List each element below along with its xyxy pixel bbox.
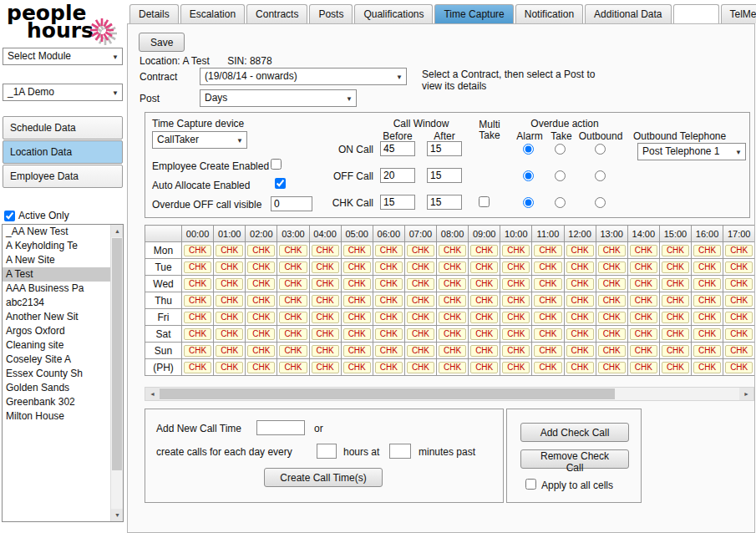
chk-call-button[interactable]: CHK [598,245,626,256]
chk-call-button[interactable]: CHK [566,362,594,373]
chk-call-button[interactable]: CHK [407,245,434,256]
location-list-item[interactable]: Essex County Sh [3,367,110,381]
chk-call-button[interactable]: CHK [725,245,753,256]
chk-call-button[interactable]: CHK [693,278,721,290]
chk-call-button[interactable]: CHK [343,328,371,340]
chk-call-button[interactable]: CHK [343,295,371,307]
chk-call-button[interactable]: CHK [662,245,689,256]
horizontal-scrollbar[interactable]: ◄ ► [145,387,754,401]
tab-notification[interactable]: Notification [515,4,583,23]
tab-telme[interactable]: TelMe [721,4,756,23]
chk-call-button[interactable]: CHK [693,295,721,307]
chk-call-button[interactable]: CHK [534,312,561,323]
tab-contracts[interactable]: Contracts [246,4,307,23]
chk-call-button[interactable]: CHK [439,345,466,357]
module-select[interactable]: Select Module [3,48,123,65]
chk-call-outbound-radio[interactable] [595,197,606,208]
chk-call-button[interactable]: CHK [598,312,626,323]
active-only[interactable]: Active Only [4,210,69,221]
location-list-item[interactable]: Greenbank 302 [3,395,110,409]
chk-call-button[interactable]: CHK [184,261,211,273]
off-call-before-input[interactable] [380,168,415,183]
chk-call-button[interactable]: CHK [279,328,307,340]
chk-call-button[interactable]: CHK [184,295,211,307]
tab-qualifications[interactable]: Qualifications [354,4,433,23]
chk-call-button[interactable]: CHK [598,362,626,373]
chk-call-button[interactable]: CHK [470,345,498,357]
location-list-item[interactable]: Coseley Site A [3,353,110,367]
apply-all-cells-checkbox[interactable] [525,479,536,490]
off-call-after-input[interactable] [427,168,462,183]
sidebar-item-employee-data[interactable]: Employee Data [3,165,123,188]
chk-call-button[interactable]: CHK [502,328,530,340]
chk-call-button[interactable]: CHK [534,278,561,290]
chk-call-button[interactable]: CHK [343,345,371,357]
chk-call-button[interactable]: CHK [693,312,721,323]
chk-call-button[interactable]: CHK [247,362,275,373]
chk-call-button[interactable]: CHK [725,261,753,273]
chk-call-button[interactable]: CHK [630,345,657,357]
location-list-item[interactable]: Milton House [3,409,110,424]
chk-call-button[interactable]: CHK [630,245,657,256]
chk-call-button[interactable]: CHK [662,362,689,373]
chk-call-button[interactable]: CHK [630,278,657,290]
location-list-item[interactable]: Golden Sands [3,381,110,395]
chk-call-button[interactable]: CHK [725,362,753,373]
chk-call-button[interactable]: CHK [375,328,403,340]
chk-call-button[interactable]: CHK [693,261,721,273]
chk-call-button[interactable]: CHK [216,261,243,273]
chk-call-button[interactable]: CHK [439,328,466,340]
chk-call-button[interactable]: CHK [566,312,594,323]
active-only-checkbox[interactable] [4,211,15,221]
chk-call-button[interactable]: CHK [184,362,211,373]
chk-call-button[interactable]: CHK [662,345,689,357]
tab-escalation[interactable]: Escalation [180,4,245,23]
chk-call-button[interactable]: CHK [216,312,243,323]
chk-call-button[interactable]: CHK [375,278,403,290]
location-list-item[interactable]: AAA Business Pa [3,282,110,296]
chk-call-button[interactable]: CHK [725,278,753,290]
chk-call-button[interactable]: CHK [312,245,339,256]
tab-posts[interactable]: Posts [309,4,353,23]
chk-call-button[interactable]: CHK [375,362,403,373]
tab-details[interactable]: Details [129,4,179,23]
chk-call-button[interactable]: CHK [662,328,689,340]
location-scrollbar[interactable]: ▲ ▼ [110,225,123,521]
chk-call-button[interactable]: CHK [375,245,403,256]
chk-call-button[interactable]: CHK [439,261,466,273]
chk-call-button[interactable]: CHK [216,295,243,307]
hours-interval-input[interactable] [317,444,337,459]
chk-call-button[interactable]: CHK [470,312,498,323]
chk-call-button[interactable]: CHK [502,312,530,323]
chk-call-button[interactable]: CHK [343,245,371,256]
chk-call-button[interactable]: CHK [407,328,434,340]
chk-call-button[interactable]: CHK [312,328,339,340]
location-list-item[interactable]: Argos Oxford [3,324,110,338]
chk-call-button[interactable]: CHK [693,245,721,256]
chk-call-button[interactable]: CHK [630,312,657,323]
post-select[interactable]: Days [200,89,357,107]
chk-call-button[interactable]: CHK [566,328,594,340]
chk-call-button[interactable]: CHK [247,261,275,273]
chk-call-button[interactable]: CHK [598,345,626,357]
chk-call-button[interactable]: CHK [502,245,530,256]
chk-call-button[interactable]: CHK [439,245,466,256]
chk-call-button[interactable]: CHK [534,261,561,273]
off-call-take-radio[interactable] [555,170,566,181]
chk-call-alarm-radio[interactable] [523,197,534,208]
tab-time-capture[interactable]: Time Capture [434,4,513,23]
on-call-before-input[interactable] [380,141,415,156]
location-list-item[interactable]: A New Site [3,253,110,267]
chk-call-button[interactable]: CHK [725,345,753,357]
chk-call-button[interactable]: CHK [375,312,403,323]
chk-call-button[interactable]: CHK [375,295,403,307]
contract-select[interactable]: (19/08/14 - onwards) [200,68,407,85]
scroll-right-arrow-icon[interactable]: ► [739,388,753,400]
chk-call-button[interactable]: CHK [630,261,657,273]
chk-call-button[interactable]: CHK [534,345,561,357]
chk-call-button[interactable]: CHK [439,312,466,323]
chk-call-button[interactable]: CHK [566,261,594,273]
chk-call-button[interactable]: CHK [312,261,339,273]
chk-call-button[interactable]: CHK [312,278,339,290]
chk-call-button[interactable]: CHK [279,261,307,273]
